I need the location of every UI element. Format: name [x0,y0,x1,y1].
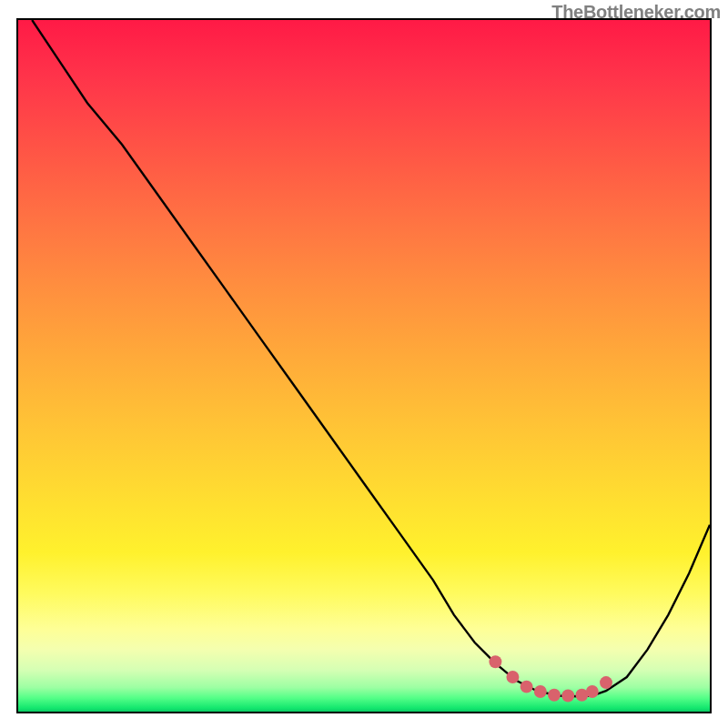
optimal-dot [586,685,599,698]
optimal-dot [521,681,533,693]
optimal-band-dots [489,655,612,702]
optimal-dot [600,676,612,689]
optimal-dot [534,685,547,698]
optimal-dot [506,671,519,683]
optimal-dot [489,655,501,668]
chart-svg [18,20,710,712]
optimal-dot [548,689,561,702]
plot-area [16,18,712,713]
curve-layer [32,20,710,696]
figure-root: TheBottleneker.com [0,0,728,728]
bottleneck-curve [32,20,710,696]
optimal-dot [561,690,574,703]
